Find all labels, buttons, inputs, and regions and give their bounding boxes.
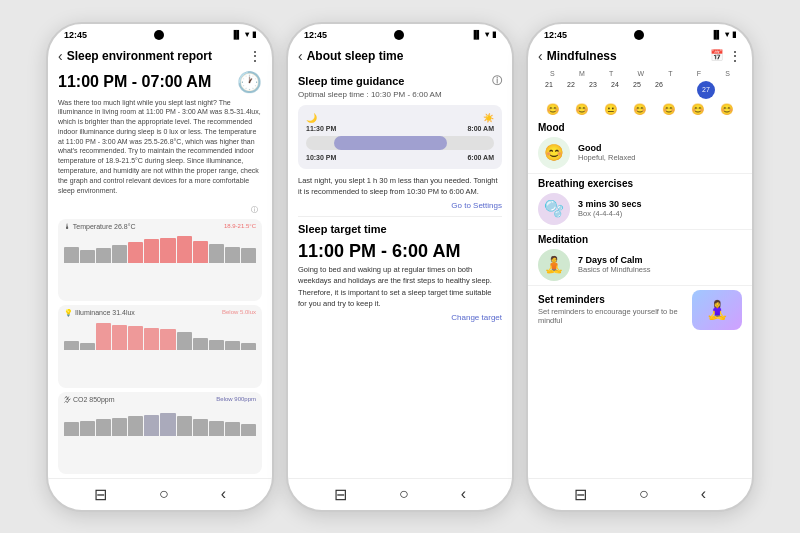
sleep-time-labels: 11:30 PM 8:00 AM [306, 125, 494, 132]
nav-header-2: ‹ About sleep time [288, 42, 512, 68]
mood-sub: Hopeful, Relaxed [578, 153, 636, 162]
optimal-label: Optimal sleep time : 10:30 PM - 6:00 AM [288, 90, 512, 105]
signal-icon: ▐▌ [231, 30, 242, 39]
illuminance-chart: 💡 Illuminance 31.4lux Below 5.0lux [58, 305, 262, 387]
chart-area: ⓘ 🌡 Temperature 26.8°C 18.9-21.5°C [48, 201, 272, 477]
change-target-link[interactable]: Change target [288, 313, 512, 328]
sleep-end-time: 8:00 AM [467, 125, 494, 132]
status-bar-2: 12:45 ▐▌ ▾ ▮ [288, 24, 512, 42]
reminder-illustration: 🧘‍♀️ [692, 290, 742, 330]
nav-header-3: ‹ Mindfulness 📅 ⋮ [528, 42, 752, 68]
nav-back-icon-2[interactable]: ‹ [461, 485, 466, 503]
back-button-3[interactable]: ‹ [538, 48, 543, 64]
co2-bars [64, 406, 256, 436]
page-title-1: Sleep environment report [67, 49, 248, 63]
meditation-icon: 🧘 [538, 249, 570, 281]
phone-sleep-time: 12:45 ▐▌ ▾ ▮ ‹ About sleep time Sleep ti… [286, 22, 514, 512]
notch-1 [154, 30, 164, 40]
status-time-3: 12:45 [544, 30, 567, 40]
back-button-2[interactable]: ‹ [298, 48, 303, 64]
mood-text: Good Hopeful, Relaxed [578, 143, 636, 162]
reminders-desc: Set reminders to encourage yourself to b… [538, 307, 686, 325]
status-icons-1: ▐▌ ▾ ▮ [231, 30, 256, 39]
breathing-section: Breathing exercises 🫧 3 mins 30 secs Box… [528, 174, 752, 230]
nav-home-icon-3[interactable]: ○ [639, 485, 649, 503]
wifi-icon-3: ▾ [725, 30, 729, 39]
bottom-nav-1: ⊟ ○ ‹ [48, 478, 272, 510]
signal-icon-2: ▐▌ [471, 30, 482, 39]
status-bar-1: 12:45 ▐▌ ▾ ▮ [48, 24, 272, 42]
breathing-item: 🫧 3 mins 30 secs Box (4-4-4-4) [538, 193, 742, 225]
sleep-start-icon: 🌙 [306, 113, 317, 123]
status-time-1: 12:45 [64, 30, 87, 40]
sleep-icons: 🌙 ☀️ [306, 113, 494, 123]
screen-2: ‹ About sleep time Sleep time guidance ⓘ… [288, 42, 512, 478]
temperature-chart: 🌡 Temperature 26.8°C 18.9-21.5°C [58, 219, 262, 301]
meditation-sub: Basics of Mindfulness [578, 265, 651, 274]
meditation-label: 7 Days of Calm [578, 255, 651, 265]
calendar-dates: 21 22 23 24 25 26 27 [528, 79, 752, 101]
clock-icon: 🕐 [237, 70, 262, 94]
back-button-1[interactable]: ‹ [58, 48, 63, 64]
illum-label: 💡 Illuminance 31.4lux Below 5.0lux [64, 309, 256, 317]
screen-1: ‹ Sleep environment report ⋮ 11:00 PM - … [48, 42, 272, 478]
wifi-icon-2: ▾ [485, 30, 489, 39]
meditation-item: 🧘 7 Days of Calm Basics of Mindfulness [538, 249, 742, 281]
mood-emoji-row: 😊 😊 😐 😊 😊 😊 😊 [528, 101, 752, 118]
calendar-header: S M T W T F S [528, 68, 752, 79]
status-time-2: 12:45 [304, 30, 327, 40]
menu-button-3[interactable]: ⋮ [728, 48, 742, 64]
calendar-icon[interactable]: 📅 [710, 49, 724, 62]
nav-apps-icon[interactable]: ⊟ [94, 485, 107, 504]
breathing-duration: 3 mins 30 secs [578, 199, 642, 209]
co2-chart: 🌫 CO2 850ppm Below 900ppm [58, 392, 262, 474]
time-range-1: 11:00 PM - 07:00 AM [58, 73, 211, 91]
mood-title: Mood [538, 122, 742, 133]
target-time: 11:00 PM - 6:00 AM [288, 237, 512, 264]
battery-icon: ▮ [252, 30, 256, 39]
menu-button-1[interactable]: ⋮ [248, 48, 262, 64]
sleep-bar [306, 136, 494, 150]
temp-bars [64, 233, 256, 263]
wifi-icon: ▾ [245, 30, 249, 39]
go-to-settings-link[interactable]: Go to Settings [288, 201, 512, 216]
sleep-time-display: 11:00 PM - 07:00 AM 🕐 [48, 68, 272, 98]
meditation-title: Meditation [538, 234, 742, 245]
guidance-desc: Last night, you slept 1 h 30 m less than… [288, 175, 512, 202]
nav-apps-icon-3[interactable]: ⊟ [574, 485, 587, 504]
page-title-2: About sleep time [307, 49, 502, 63]
bottom-nav-3: ⊟ ○ ‹ [528, 478, 752, 510]
mood-section: Mood 😊 Good Hopeful, Relaxed [528, 118, 752, 174]
reminder-text: Set reminders Set reminders to encourage… [538, 294, 686, 325]
target-desc: Going to bed and waking up at regular ti… [288, 264, 512, 313]
meditation-section: Meditation 🧘 7 Days of Calm Basics of Mi… [528, 230, 752, 286]
status-bar-3: 12:45 ▐▌ ▾ ▮ [528, 24, 752, 42]
target-section-title: Sleep target time [288, 217, 512, 237]
co2-label: 🌫 CO2 850ppm Below 900ppm [64, 396, 256, 403]
breathing-title: Breathing exercises [538, 178, 742, 189]
info-icon-1: ⓘ [58, 205, 262, 215]
nav-apps-icon-2[interactable]: ⊟ [334, 485, 347, 504]
screen-3: ‹ Mindfulness 📅 ⋮ S M T W T F S 21 22 23… [528, 42, 752, 478]
page-title-3: Mindfulness [547, 49, 710, 63]
reminders-title: Set reminders [538, 294, 686, 305]
sleep-start-time: 11:30 PM [306, 125, 336, 132]
status-icons-3: ▐▌ ▾ ▮ [711, 30, 736, 39]
notch-3 [634, 30, 644, 40]
info-icon-2: ⓘ [492, 74, 502, 88]
phone-mindfulness: 12:45 ▐▌ ▾ ▮ ‹ Mindfulness 📅 ⋮ S M T W T… [526, 22, 754, 512]
bottom-nav-2: ⊟ ○ ‹ [288, 478, 512, 510]
nav-home-icon-2[interactable]: ○ [399, 485, 409, 503]
phone-sleep-environment: 12:45 ▐▌ ▾ ▮ ‹ Sleep environment report … [46, 22, 274, 512]
meditation-text: 7 Days of Calm Basics of Mindfulness [578, 255, 651, 274]
sleep-visual: 🌙 ☀️ 11:30 PM 8:00 AM 10:30 PM 6:00 AM [298, 105, 502, 169]
notch-2 [394, 30, 404, 40]
mood-icon: 😊 [538, 137, 570, 169]
breathing-icon: 🫧 [538, 193, 570, 225]
battery-icon-2: ▮ [492, 30, 496, 39]
nav-back-icon[interactable]: ‹ [221, 485, 226, 503]
nav-home-icon[interactable]: ○ [159, 485, 169, 503]
sleep-end-icon: ☀️ [483, 113, 494, 123]
nav-back-icon-3[interactable]: ‹ [701, 485, 706, 503]
nav-header-1: ‹ Sleep environment report ⋮ [48, 42, 272, 68]
